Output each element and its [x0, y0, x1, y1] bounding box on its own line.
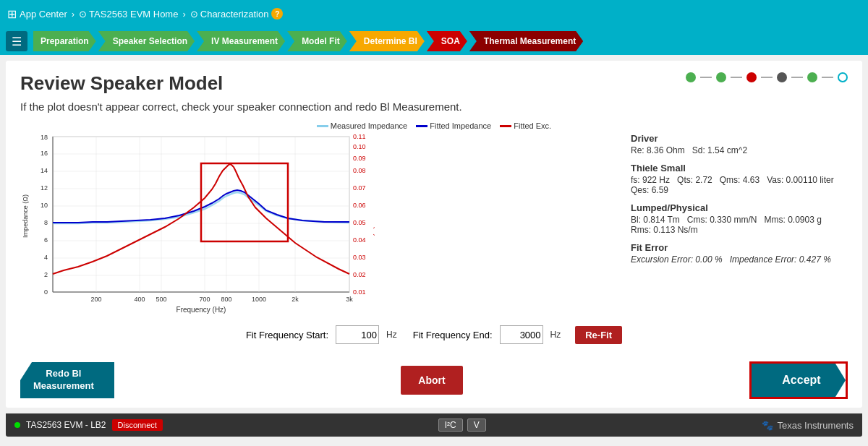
dot-line-3	[761, 77, 773, 78]
ti-label: Texas Instruments	[778, 420, 854, 431]
fit-freq-start-input[interactable]	[336, 325, 379, 344]
svg-text:0.03: 0.03	[353, 254, 366, 261]
svg-text:0.01: 0.01	[353, 288, 366, 296]
legend-fitted-exc: Fitted Exc.	[500, 121, 551, 130]
accept-button[interactable]: Accept	[752, 364, 846, 397]
bottom-buttons: Redo BlMeasurement Abort Accept	[20, 361, 848, 399]
abort-button[interactable]: Abort	[401, 366, 462, 395]
char-icon: ⊙	[190, 9, 198, 20]
svg-text:0.10: 0.10	[353, 143, 366, 150]
svg-text:0: 0	[44, 288, 48, 296]
status-bar: TAS2563 EVM - LB2 Disconnect I²C V 🐾 Tex…	[6, 413, 862, 437]
svg-text:4: 4	[44, 254, 48, 261]
hz-label-2: Hz	[550, 330, 561, 340]
step-preparation[interactable]: Preparation	[33, 31, 96, 51]
param-lumped: Lumped/Physical Bl: 0.814 Tm Cms: 0.330 …	[631, 202, 848, 235]
redo-bl-button[interactable]: Redo BlMeasurement	[20, 362, 114, 398]
chart-params: Driver Re: 8.36 Ohm Sd: 1.54 cm^2 Thiele…	[631, 133, 848, 317]
main-content: Review Speaker Model If the plot doesn't…	[6, 61, 862, 408]
progress-dot-current	[838, 72, 848, 82]
dot-line-2	[731, 77, 742, 78]
device-name: TAS2563 EVM - LB2	[26, 420, 106, 430]
step-speaker-selection[interactable]: Speaker Selection	[98, 31, 195, 51]
svg-text:18: 18	[41, 134, 48, 141]
step-determine-bl[interactable]: Determine Bl	[349, 31, 425, 51]
step-soa[interactable]: SOA	[427, 31, 467, 51]
svg-text:16: 16	[41, 150, 48, 157]
svg-text:6: 6	[44, 236, 48, 244]
svg-text:0.05: 0.05	[353, 219, 366, 226]
redo-bl-label: Redo BlMeasurement	[33, 368, 94, 393]
app-center-icon: ⊞	[7, 7, 17, 21]
svg-text:0.08: 0.08	[353, 167, 366, 174]
protocol-i2c[interactable]: I²C	[438, 419, 463, 432]
page-subtitle: If the plot doesn't appear correct, chec…	[20, 100, 848, 113]
fit-controls: Fit Frequency Start: Hz Fit Frequency En…	[20, 325, 848, 344]
svg-text:2k: 2k	[292, 296, 299, 303]
breadcrumb-sep1: ›	[72, 9, 75, 20]
disconnect-button[interactable]: Disconnect	[112, 419, 163, 431]
protocol-v[interactable]: V	[467, 419, 486, 432]
legend-fitted-imp: Fitted Impedance	[416, 121, 491, 130]
refit-button[interactable]: Re-Fit	[575, 326, 622, 344]
svg-text:2: 2	[44, 271, 48, 278]
chart-section: 0 2 4 6 8 10 12 14 16 18 Impedance (Ω) 2…	[20, 133, 848, 317]
evm-home-icon: ⊙	[79, 9, 87, 20]
progress-dot-2	[716, 72, 726, 82]
svg-text:200: 200	[90, 296, 101, 303]
progress-dot-5	[807, 72, 817, 82]
chart-container: 0 2 4 6 8 10 12 14 16 18 Impedance (Ω) 2…	[20, 133, 616, 317]
svg-text:0.04: 0.04	[353, 236, 366, 244]
fit-freq-end-input[interactable]	[500, 325, 543, 344]
hamburger-icon: ☰	[12, 35, 22, 48]
svg-text:0.06: 0.06	[353, 202, 366, 209]
progress-dots	[686, 72, 848, 82]
progress-dot-3	[746, 72, 757, 82]
svg-text:500: 500	[156, 296, 166, 303]
progress-dot-4	[777, 72, 787, 82]
fit-freq-end-label: Fit Frequency End:	[413, 330, 493, 340]
chart-svg: 0 2 4 6 8 10 12 14 16 18 Impedance (Ω) 2…	[20, 133, 375, 314]
ti-icon: 🐾	[762, 420, 773, 431]
dot-line-4	[791, 77, 803, 78]
svg-text:14: 14	[41, 167, 48, 174]
svg-text:8: 8	[44, 219, 48, 226]
svg-text:1000: 1000	[252, 296, 266, 303]
top-bar: ⊞ App Center › ⊙ TAS2563 EVM Home › ⊙ Ch…	[0, 0, 868, 27]
svg-text:Impedance (Ω): Impedance (Ω)	[22, 194, 29, 238]
evm-home-label[interactable]: TAS2563 EVM Home	[89, 9, 178, 20]
svg-text:0.07: 0.07	[353, 184, 366, 192]
svg-text:Frequency (Hz): Frequency (Hz)	[176, 306, 226, 314]
param-thiele-small: Thiele Small fs: 922 Hz Qts: 2.72 Qms: 4…	[631, 163, 848, 195]
svg-text:Excursion (m): Excursion (m)	[373, 196, 375, 236]
app-center-label[interactable]: App Center	[20, 9, 67, 20]
svg-text:10: 10	[41, 202, 48, 209]
svg-text:0.11: 0.11	[353, 133, 366, 140]
param-driver: Driver Re: 8.36 Ohm Sd: 1.54 cm^2	[631, 133, 848, 155]
characterization-label[interactable]: Characterization	[200, 9, 269, 20]
svg-text:800: 800	[221, 296, 231, 303]
step-iv-measurement[interactable]: IV Measurement	[197, 31, 285, 51]
step-thermal-measurement[interactable]: Thermal Measurement	[469, 31, 583, 51]
svg-text:0.02: 0.02	[353, 271, 366, 278]
dot-line-5	[822, 77, 833, 78]
help-badge[interactable]: ?	[271, 8, 283, 20]
svg-text:400: 400	[134, 296, 145, 303]
steps-bar: ☰ Preparation Speaker Selection IV Measu…	[0, 27, 868, 55]
menu-button[interactable]: ☰	[6, 31, 27, 51]
status-center: I²C V	[438, 419, 486, 432]
legend-color-fitted-imp	[416, 125, 427, 127]
status-left: TAS2563 EVM - LB2 Disconnect	[14, 419, 163, 431]
chart-legend: Measured Impedance Fitted Impedance Fitt…	[20, 121, 848, 130]
accept-wrapper: Accept	[749, 361, 848, 399]
breadcrumb-sep2: ›	[182, 9, 185, 20]
legend-color-measured	[317, 125, 328, 127]
svg-text:3k: 3k	[346, 296, 353, 303]
ti-logo: 🐾 Texas Instruments	[762, 420, 854, 431]
progress-dot-1	[686, 72, 696, 82]
fit-freq-start-label: Fit Frequency Start:	[246, 330, 328, 340]
hz-label-1: Hz	[386, 330, 397, 340]
svg-text:700: 700	[199, 296, 210, 303]
step-model-fit[interactable]: Model Fit	[287, 31, 347, 51]
legend-color-fitted-exc	[500, 125, 511, 127]
